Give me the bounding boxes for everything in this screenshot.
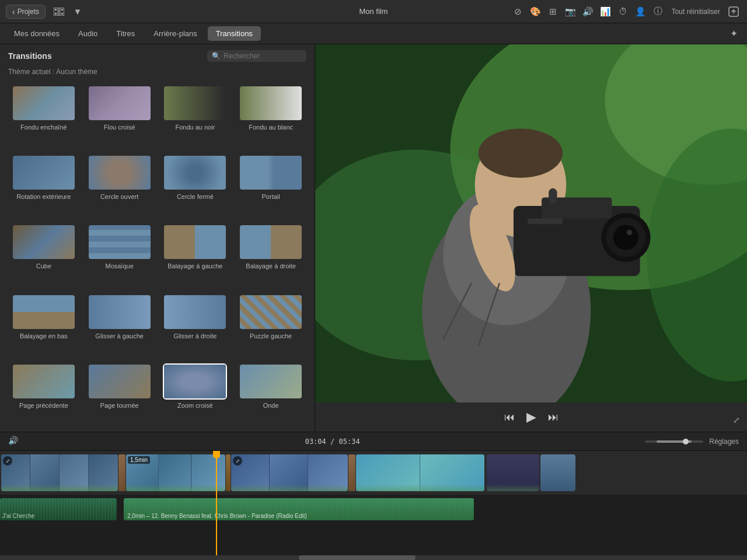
zoom-slider[interactable] (645, 440, 703, 443)
svg-rect-3 (61, 9, 63, 10)
nav-tabs: Mes données Audio Titres Arrière-plans T… (0, 23, 747, 44)
audio-clip-1[interactable]: J'ai Cherche (0, 498, 117, 520)
transition-label-onde: Onde (263, 402, 279, 409)
timeline-header: 🔊 03:04 / 05:34 Réglages (0, 432, 747, 451)
transition-item-balayage-droite[interactable]: Balayage à droite (235, 224, 306, 289)
transition-item-flou-croise[interactable]: Flou croisé (84, 85, 155, 150)
transition-item-cercle-ouvert[interactable]: Cercle ouvert (84, 155, 155, 219)
video-clip-1[interactable]: ⤢ (1, 454, 118, 491)
info-icon[interactable]: ⓘ (651, 4, 666, 19)
magic-wand-icon[interactable]: ✦ (727, 26, 741, 41)
clip-audio-bar-2 (126, 484, 225, 491)
transition-label-cercle-ferme: Cercle fermé (177, 193, 214, 200)
transition-thumb-portail (239, 155, 303, 191)
transition-label-portail: Portail (262, 193, 280, 200)
audio-icon[interactable]: 🔊 (581, 4, 596, 19)
tab-audio[interactable]: Audio (70, 26, 106, 41)
transition-item-fondu-enchaine[interactable]: Fondu enchaîné (8, 85, 79, 150)
scrollbar-horizontal[interactable] (0, 555, 747, 560)
projects-button[interactable]: Projets (6, 5, 46, 19)
transition-item-glisser-gauche[interactable]: Glisser à gauche (84, 294, 155, 359)
transition-item-zoom-croise[interactable]: Zoom croisé (160, 363, 231, 428)
search-input[interactable] (224, 52, 299, 60)
rewind-to-start-button[interactable]: ⏮ (504, 411, 515, 424)
transition-marker-1[interactable] (118, 454, 125, 491)
transition-item-puzzle-gauche[interactable]: Puzzle gauche (235, 294, 306, 359)
crop-icon[interactable]: ⊘ (511, 4, 526, 19)
transition-marker-3[interactable] (348, 454, 355, 491)
transition-thumb-inner-cercle-ouvert (89, 156, 151, 190)
transition-marker-2[interactable] (226, 454, 231, 491)
timeline-right-controls: Réglages (645, 438, 739, 446)
timeline-content[interactable]: ⤢ 1,5min (0, 451, 747, 555)
audio-clip-2[interactable]: 2,0min – 12. Benny Benassi feat. Chris B… (124, 498, 474, 520)
transition-thumb-inner-zoom-croise (164, 365, 226, 398)
panel-title: Transitions (8, 51, 52, 61)
transition-item-cercle-ferme[interactable]: Cercle fermé (160, 155, 231, 219)
transition-item-balayage-gauche[interactable]: Balayage à gauche (160, 224, 231, 289)
download-icon[interactable]: ▼ (70, 4, 85, 19)
transition-thumb-onde (239, 363, 303, 400)
share-icon[interactable] (726, 4, 741, 19)
camera-icon[interactable]: 📷 (563, 4, 578, 19)
chart-icon[interactable]: 📊 (598, 4, 613, 19)
transition-label-glisser-gauche: Glisser à gauche (95, 332, 144, 340)
search-box[interactable]: 🔍 (207, 50, 306, 62)
svg-rect-2 (55, 13, 57, 15)
transition-thumb-cube (12, 224, 76, 260)
transition-thumb-balayage-droite (239, 224, 303, 260)
transition-item-balayage-bas[interactable]: Balayage en bas (8, 294, 79, 359)
color-icon[interactable]: 🎨 (528, 4, 543, 19)
transition-label-flou-croise: Flou croisé (104, 124, 135, 131)
transition-item-mosaique[interactable]: Mosaïque (84, 224, 155, 289)
video-clip-6[interactable] (540, 454, 575, 491)
transition-item-page-precedente[interactable]: Page précédente (8, 363, 79, 428)
tab-transitions[interactable]: Transitions (208, 26, 261, 41)
transition-item-fondu-blanc[interactable]: Fondu au blanc (235, 85, 306, 150)
video-clip-4[interactable] (356, 454, 484, 491)
transition-label-balayage-bas: Balayage en bas (20, 332, 68, 340)
transition-item-cube[interactable]: Cube (8, 224, 79, 289)
play-button[interactable]: ▶ (526, 410, 536, 425)
transition-thumb-inner-cercle-ferme (164, 156, 226, 190)
person-icon[interactable]: 👤 (633, 4, 648, 19)
video-clip-3[interactable]: ⤢ (231, 454, 348, 491)
reset-button[interactable]: Tout réinitialiser (672, 8, 720, 16)
clip-audio-bar-4 (356, 484, 484, 491)
transition-thumb-inner-cube (13, 225, 75, 259)
timeline-cursor (216, 451, 217, 555)
transitions-panel: Transitions 🔍 Thème actuel : Aucun thème… (0, 44, 315, 432)
transition-item-fondu-noir[interactable]: Fondu au noir (160, 85, 231, 150)
video-clip-5[interactable] (487, 454, 539, 491)
video-clip-2[interactable]: 1,5min (126, 454, 225, 491)
tab-mes-donnees[interactable]: Mes données (6, 26, 68, 41)
fast-forward-button[interactable]: ⏭ (548, 411, 558, 424)
video-preview-image (315, 44, 747, 402)
transition-thumb-fondu-noir (163, 85, 227, 121)
transition-thumb-inner-glisser-droite (164, 295, 226, 329)
audio-track-label: J'ai Cherche (2, 513, 34, 519)
svg-rect-4 (61, 13, 63, 15)
transition-item-rotation-exterieure[interactable]: Rotation extérieure (8, 155, 79, 219)
transition-label-puzzle-gauche: Puzzle gauche (250, 332, 292, 340)
transition-label-fondu-enchaine: Fondu enchaîné (20, 124, 67, 131)
transition-label-rotation-exterieure: Rotation extérieure (16, 193, 71, 200)
transition-thumb-puzzle-gauche (239, 294, 303, 330)
transition-thumb-inner-mosaique (89, 225, 151, 259)
transition-label-balayage-droite: Balayage à droite (246, 262, 296, 270)
transition-label-page-tournee: Page tournée (100, 402, 139, 409)
speedometer-icon[interactable]: ⏱ (616, 4, 631, 19)
tab-titres[interactable]: Titres (108, 26, 143, 41)
tab-arrieres-plans[interactable]: Arrière-plans (145, 26, 205, 41)
transition-item-onde[interactable]: Onde (235, 363, 306, 428)
frame-icon[interactable]: ⊞ (546, 4, 561, 19)
transition-item-page-tournee[interactable]: Page tournée (84, 363, 155, 428)
transition-thumb-flou-croise (88, 85, 152, 121)
fullscreen-icon[interactable]: ⤢ (733, 415, 740, 425)
scrollbar-thumb[interactable] (299, 555, 416, 560)
transition-item-glisser-droite[interactable]: Glisser à droite (160, 294, 231, 359)
transition-item-portail[interactable]: Portail (235, 155, 306, 219)
zoom-slider-thumb[interactable] (683, 439, 689, 444)
settings-label[interactable]: Réglages (709, 438, 739, 446)
filmstrip-icon[interactable] (51, 4, 67, 19)
